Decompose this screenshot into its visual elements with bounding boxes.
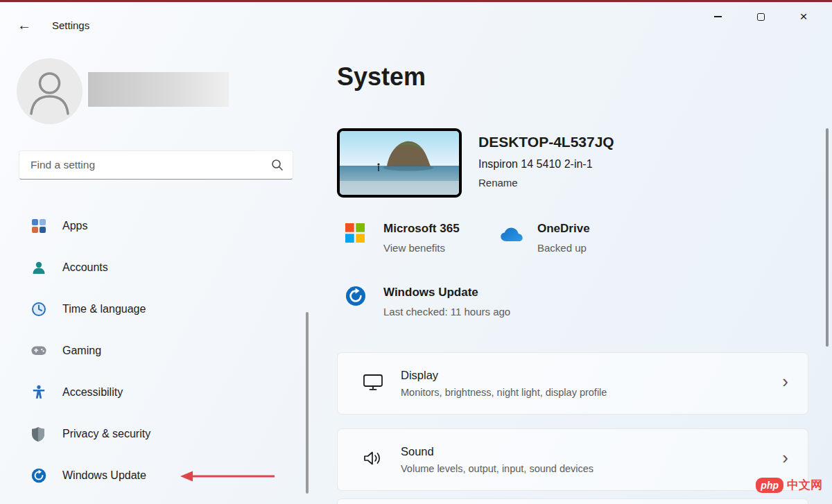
window-title: Settings xyxy=(52,19,89,31)
row-subtitle: Monitors, brightness, night light, displ… xyxy=(401,387,607,398)
tile-onedrive[interactable]: OneDrive Backed up xyxy=(499,222,590,254)
sidebar-item-label: Time & language xyxy=(62,303,146,315)
sidebar-item-accounts[interactable]: Accounts xyxy=(8,247,300,288)
onedrive-icon xyxy=(499,222,520,254)
sidebar-item-label: Apps xyxy=(62,220,87,232)
main-content: System xyxy=(337,0,808,504)
sidebar-nav: Apps Accounts Time & language xyxy=(8,205,300,496)
sidebar-item-label: Accessibility xyxy=(62,386,123,399)
main-scrollbar[interactable] xyxy=(826,128,829,347)
watermark-logo: php xyxy=(756,478,783,493)
sidebar-item-privacy-security[interactable]: Privacy & security xyxy=(8,413,300,455)
settings-row-display[interactable]: Display Monitors, brightness, night ligh… xyxy=(337,352,808,415)
sidebar-item-label: Gaming xyxy=(62,345,101,357)
watermark: php 中文网 xyxy=(756,477,822,493)
search-input[interactable] xyxy=(31,159,271,171)
device-section: DESKTOP-4L537JQ Inspiron 14 5410 2-in-1 … xyxy=(337,128,614,198)
tile-windows-update[interactable]: Windows Update Last checked: 11 hours ag… xyxy=(345,286,510,318)
row-title: Sound xyxy=(401,445,593,458)
search-box[interactable] xyxy=(19,150,293,180)
sound-icon xyxy=(363,450,383,469)
sidebar-item-gaming[interactable]: Gaming xyxy=(8,330,300,372)
windows-update-status: Last checked: 11 hours ago xyxy=(383,306,510,318)
gaming-icon xyxy=(31,343,46,358)
windows-update-icon xyxy=(31,468,46,483)
microsoft-365-icon xyxy=(345,222,366,254)
device-model: Inspiron 14 5410 2-in-1 xyxy=(478,158,614,171)
display-icon xyxy=(363,373,383,394)
apps-icon xyxy=(31,218,46,234)
chevron-right-icon: › xyxy=(782,371,788,392)
search-icon xyxy=(271,159,284,171)
avatar[interactable] xyxy=(17,58,83,124)
time-language-icon xyxy=(31,302,46,317)
tile-title: Windows Update xyxy=(383,286,510,299)
onedrive-status: Backed up xyxy=(537,242,590,254)
rename-button[interactable]: Rename xyxy=(478,177,518,189)
row-title: Display xyxy=(401,369,607,382)
settings-row-sound[interactable]: Sound Volume levels, output, input, soun… xyxy=(337,428,808,491)
watermark-text: 中文网 xyxy=(787,477,822,493)
tile-title: OneDrive xyxy=(537,222,590,236)
sidebar-item-label: Privacy & security xyxy=(62,428,150,440)
tile-title: Microsoft 365 xyxy=(383,222,460,236)
sidebar-scrollbar[interactable] xyxy=(306,312,309,494)
user-name-redacted xyxy=(88,72,229,107)
device-name: DESKTOP-4L537JQ xyxy=(478,134,614,150)
person-icon xyxy=(17,58,83,124)
device-wallpaper-thumbnail xyxy=(337,128,462,198)
sidebar-item-windows-update[interactable]: Windows Update xyxy=(8,455,300,496)
sidebar-item-accessibility[interactable]: Accessibility xyxy=(8,372,300,413)
sidebar-item-label: Windows Update xyxy=(62,469,146,482)
chevron-right-icon: › xyxy=(782,447,788,469)
accessibility-icon xyxy=(31,385,46,400)
accounts-icon xyxy=(31,260,46,275)
view-benefits-link[interactable]: View benefits xyxy=(383,242,460,254)
windows-update-icon xyxy=(345,286,366,318)
device-info: DESKTOP-4L537JQ Inspiron 14 5410 2-in-1 … xyxy=(478,128,614,198)
page-title: System xyxy=(337,62,426,92)
sidebar-item-apps[interactable]: Apps xyxy=(8,205,300,247)
back-button[interactable]: ← xyxy=(12,14,36,36)
privacy-security-icon xyxy=(31,426,46,442)
sidebar-item-time-language[interactable]: Time & language xyxy=(8,288,300,330)
sidebar-item-label: Accounts xyxy=(62,261,108,274)
settings-row-partial[interactable] xyxy=(337,498,808,504)
tile-microsoft-365[interactable]: Microsoft 365 View benefits xyxy=(345,222,460,254)
row-subtitle: Volume levels, output, input, sound devi… xyxy=(401,463,593,474)
